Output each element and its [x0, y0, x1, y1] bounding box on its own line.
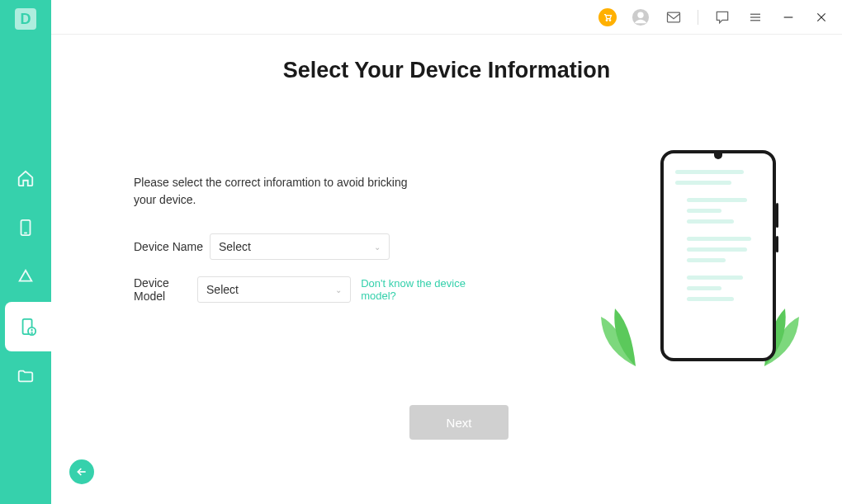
next-button[interactable]: Next [409, 405, 509, 440]
svg-rect-10 [668, 12, 680, 22]
phone-illustration [603, 150, 801, 381]
mail-button[interactable] [665, 8, 683, 26]
cart-button[interactable] [598, 8, 617, 26]
svg-point-9 [637, 12, 643, 17]
minimize-button[interactable] [779, 8, 797, 26]
divider [698, 10, 698, 25]
menu-button[interactable] [746, 8, 764, 26]
sidebar-item-folder[interactable] [0, 351, 51, 401]
mail-icon [665, 9, 682, 26]
logo-letter: D [15, 8, 36, 30]
device-model-select[interactable]: Select ⌄ [197, 276, 351, 303]
close-button[interactable] [812, 8, 830, 26]
phone-frame [660, 150, 776, 361]
close-icon [815, 11, 828, 24]
cart-icon [603, 12, 613, 22]
chevron-down-icon: ⌄ [335, 285, 342, 294]
svg-point-7 [609, 19, 611, 21]
cloud-icon [17, 268, 35, 286]
titlebar [51, 0, 842, 35]
instruction-text: Please select the correct inforamtion to… [134, 174, 414, 209]
device-model-help-link[interactable]: Don't know the device model? [361, 277, 480, 302]
sidebar-item-home[interactable] [0, 153, 51, 203]
device-model-label: Device Model [134, 276, 197, 303]
device-name-value: Select [219, 240, 251, 253]
menu-icon [748, 10, 763, 25]
back-button[interactable] [69, 459, 94, 484]
phone-alert-icon [19, 318, 37, 336]
content: Select Your Device Information Please se… [51, 35, 842, 504]
chevron-down-icon: ⌄ [374, 243, 381, 252]
phone-icon [17, 219, 35, 237]
page-title: Select Your Device Information [84, 58, 809, 83]
device-model-value: Select [206, 283, 239, 296]
arrow-left-icon [75, 465, 88, 478]
sidebar-item-cloud[interactable] [0, 252, 51, 302]
app-logo: D [0, 0, 51, 38]
feedback-button[interactable] [713, 8, 731, 26]
user-icon [632, 8, 650, 26]
folder-icon [17, 367, 35, 385]
device-name-label: Device Name [134, 240, 210, 253]
sidebar: D [0, 0, 51, 504]
sidebar-item-repair[interactable] [5, 302, 51, 351]
leaf-left-icon [594, 300, 644, 366]
minimize-icon [782, 11, 795, 24]
device-name-select[interactable]: Select ⌄ [210, 233, 390, 260]
sidebar-item-device[interactable] [0, 203, 51, 252]
home-icon [17, 169, 35, 187]
user-button[interactable] [632, 8, 650, 26]
chat-icon [714, 9, 731, 26]
svg-point-5 [31, 332, 32, 333]
svg-point-6 [606, 19, 608, 21]
